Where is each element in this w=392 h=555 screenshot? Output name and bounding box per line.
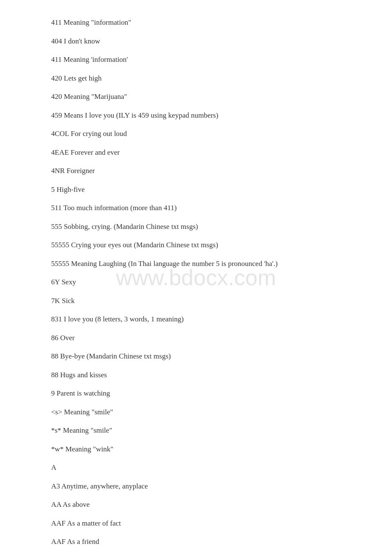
list-item: 4COL For crying out loud [51,128,358,139]
list-item: 9 Parent is watching [51,388,358,399]
list-item: AAF As a matter of fact [51,518,358,529]
list-item: 459 Means I love you (ILY is 459 using k… [51,110,358,121]
list-item: 7K Sick [51,295,358,306]
list-item: 5 High-five [51,184,358,195]
list-item: <s> Meaning "smile" [51,407,358,418]
list-item: 511 Too much information (more than 411) [51,202,358,214]
list-item: 4EAE Forever and ever [51,147,358,158]
list-item: 88 Bye-bye (Mandarin Chinese txt msgs) [51,351,358,362]
list-item: AA As above [51,499,358,510]
list-item: *s* Meaning "smile" [51,425,358,436]
list-item: 404 I don't know [51,36,358,47]
list-item: 55555 Meaning Laughing (In Thai language… [51,258,358,269]
list-item: 6Y Sexy [51,277,358,288]
list-item: A3 Anytime, anywhere, anyplace [51,481,358,492]
list-item: 88 Hugs and kisses [51,370,358,381]
list-item: 86 Over [51,332,358,344]
list-item: 411 Meaning 'information' [51,54,358,65]
abbreviations-list: 411 Meaning "information"404 I don't kno… [51,17,358,555]
list-item: 555 Sobbing, crying. (Mandarin Chinese t… [51,221,358,232]
list-item: A [51,462,358,473]
list-item: AAF As a friend [51,536,358,547]
list-item: 420 Lets get high [51,73,358,84]
list-item: 831 I love you (8 letters, 3 words, 1 me… [51,314,358,325]
list-item: 55555 Crying your eyes out (Mandarin Chi… [51,240,358,251]
list-item: *w* Meaning "wink" [51,444,358,455]
list-item: 420 Meaning "Marijuana" [51,91,358,102]
list-item: 4NR Foreigner [51,165,358,176]
list-item: 411 Meaning "information" [51,17,358,28]
